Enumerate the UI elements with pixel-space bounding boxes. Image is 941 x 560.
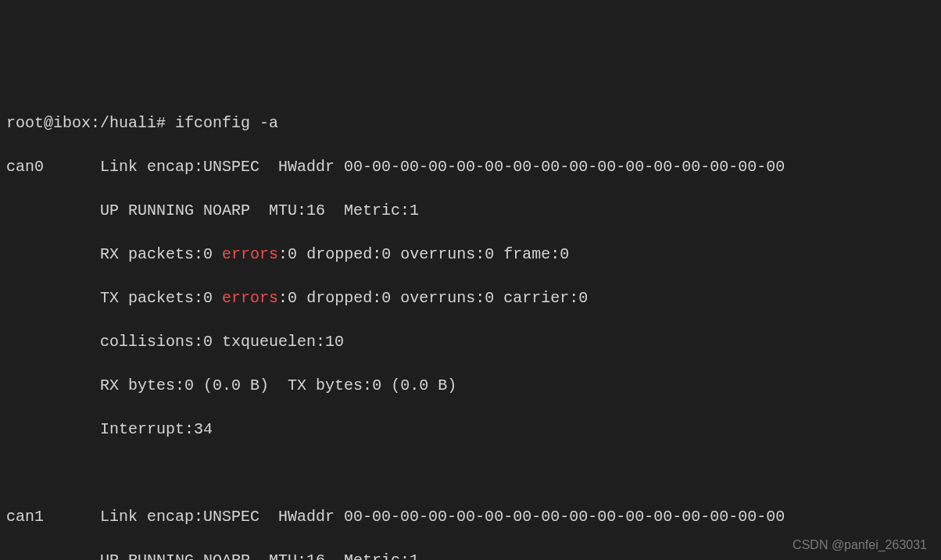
blank-line [6,462,935,484]
errors-label: errors [222,245,278,263]
iface-can0-line1: can0Link encap:UNSPEC HWaddr 00-00-00-00… [6,156,935,178]
iface-name: can1 [6,506,100,528]
prompt-user: root@ibox:/huali# [6,114,166,132]
iface-can0-bytes: RX bytes:0 (0.0 B) TX bytes:0 (0.0 B) [6,375,935,397]
iface-can0-rx: RX packets:0 errors:0 dropped:0 overruns… [6,244,935,266]
iface-can1-line1: can1Link encap:UNSPEC HWaddr 00-00-00-00… [6,506,935,528]
iface-can0-int: Interrupt:34 [6,419,935,441]
prompt-line: root@ibox:/huali# ifconfig -a [6,112,935,134]
iface-can0-flags: UP RUNNING NOARP MTU:16 Metric:1 [6,200,935,222]
terminal-output[interactable]: root@ibox:/huali# ifconfig -a can0Link e… [6,91,935,560]
command-text: ifconfig -a [175,114,278,132]
iface-can0-coll: collisions:0 txqueuelen:10 [6,331,935,353]
errors-label: errors [222,289,278,307]
iface-can0-tx: TX packets:0 errors:0 dropped:0 overruns… [6,287,935,309]
iface-name: can0 [6,156,100,178]
watermark-text: CSDN @panfei_263031 [793,537,927,554]
